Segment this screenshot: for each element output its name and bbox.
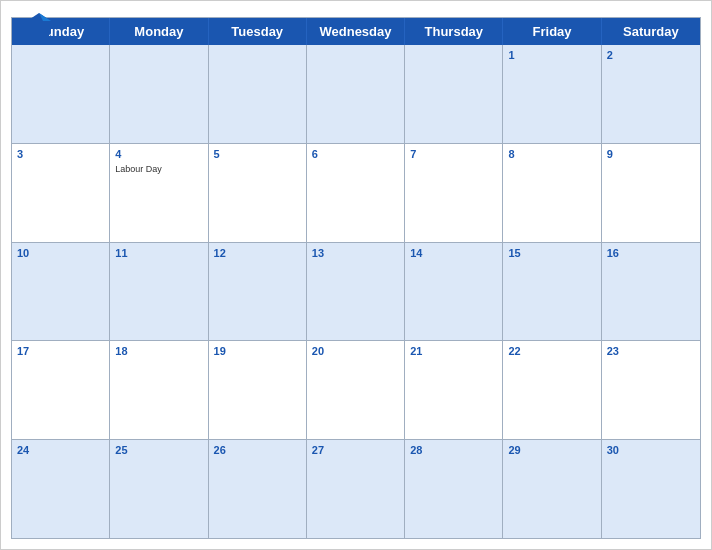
day-number: 14 (410, 246, 497, 261)
day-number: 26 (214, 443, 301, 458)
day-number: 28 (410, 443, 497, 458)
day-cell: 23 (602, 341, 700, 439)
day-cell: 1 (503, 45, 601, 143)
day-cell: 13 (307, 243, 405, 341)
day-number: 20 (312, 344, 399, 359)
day-cell: 26 (209, 440, 307, 538)
day-number: 30 (607, 443, 695, 458)
svg-marker-0 (21, 13, 57, 37)
day-cell: 16 (602, 243, 700, 341)
day-number: 22 (508, 344, 595, 359)
day-header-friday: Friday (503, 18, 601, 45)
day-number: 16 (607, 246, 695, 261)
day-number: 17 (17, 344, 104, 359)
day-number: 25 (115, 443, 202, 458)
week-row-3: 10111213141516 (12, 242, 700, 341)
day-number: 24 (17, 443, 104, 458)
week-row-2: 34Labour Day56789 (12, 143, 700, 242)
day-cell: 24 (12, 440, 110, 538)
day-cell: 7 (405, 144, 503, 242)
day-cell: 14 (405, 243, 503, 341)
week-row-1: 12 (12, 45, 700, 143)
day-number: 29 (508, 443, 595, 458)
day-headers-row: SundayMondayTuesdayWednesdayThursdayFrid… (12, 18, 700, 45)
day-number: 19 (214, 344, 301, 359)
calendar-page: SundayMondayTuesdayWednesdayThursdayFrid… (0, 0, 712, 550)
day-cell: 17 (12, 341, 110, 439)
day-number: 21 (410, 344, 497, 359)
day-cell: 25 (110, 440, 208, 538)
day-number: 5 (214, 147, 301, 162)
day-cell: 19 (209, 341, 307, 439)
weeks-container: 1234Labour Day56789101112131415161718192… (12, 45, 700, 538)
day-cell: 6 (307, 144, 405, 242)
day-number: 11 (115, 246, 202, 261)
week-row-5: 24252627282930 (12, 439, 700, 538)
day-cell (209, 45, 307, 143)
day-cell: 2 (602, 45, 700, 143)
day-cell (110, 45, 208, 143)
day-cell: 28 (405, 440, 503, 538)
day-number: 6 (312, 147, 399, 162)
day-number: 18 (115, 344, 202, 359)
day-cell: 29 (503, 440, 601, 538)
event-label: Labour Day (115, 164, 202, 174)
day-cell: 4Labour Day (110, 144, 208, 242)
day-number: 2 (607, 48, 695, 63)
logo (21, 11, 57, 39)
header (1, 1, 711, 17)
day-number: 23 (607, 344, 695, 359)
day-number: 1 (508, 48, 595, 63)
day-cell: 27 (307, 440, 405, 538)
day-number: 15 (508, 246, 595, 261)
day-header-thursday: Thursday (405, 18, 503, 45)
day-cell: 30 (602, 440, 700, 538)
day-number: 27 (312, 443, 399, 458)
day-header-tuesday: Tuesday (209, 18, 307, 45)
day-cell: 11 (110, 243, 208, 341)
day-cell: 22 (503, 341, 601, 439)
day-number: 9 (607, 147, 695, 162)
day-number: 10 (17, 246, 104, 261)
day-cell: 21 (405, 341, 503, 439)
week-row-4: 17181920212223 (12, 340, 700, 439)
day-number: 8 (508, 147, 595, 162)
calendar-grid: SundayMondayTuesdayWednesdayThursdayFrid… (11, 17, 701, 539)
day-cell (12, 45, 110, 143)
day-cell: 18 (110, 341, 208, 439)
day-header-saturday: Saturday (602, 18, 700, 45)
day-number: 7 (410, 147, 497, 162)
day-cell: 8 (503, 144, 601, 242)
logo-bird-icon (21, 11, 57, 39)
day-header-monday: Monday (110, 18, 208, 45)
day-cell: 15 (503, 243, 601, 341)
day-header-wednesday: Wednesday (307, 18, 405, 45)
day-cell: 12 (209, 243, 307, 341)
day-number: 12 (214, 246, 301, 261)
day-cell (405, 45, 503, 143)
day-cell: 5 (209, 144, 307, 242)
day-number: 13 (312, 246, 399, 261)
day-cell: 3 (12, 144, 110, 242)
day-number: 4 (115, 147, 202, 162)
day-cell: 20 (307, 341, 405, 439)
day-number: 3 (17, 147, 104, 162)
day-cell (307, 45, 405, 143)
day-cell: 10 (12, 243, 110, 341)
day-cell: 9 (602, 144, 700, 242)
